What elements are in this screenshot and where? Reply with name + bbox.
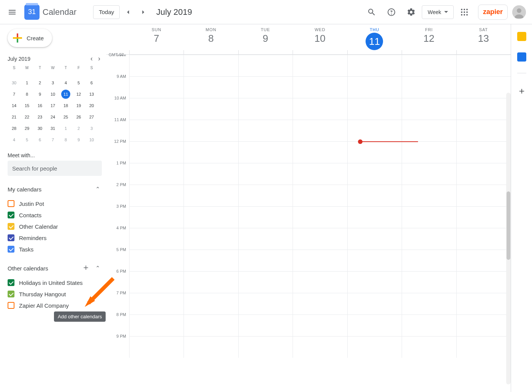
mini-day[interactable]: 3: [85, 123, 98, 134]
hour-cell[interactable]: [456, 98, 511, 120]
hour-cell[interactable]: [238, 250, 293, 271]
hour-cell[interactable]: [456, 120, 511, 141]
hour-cell[interactable]: [456, 337, 511, 358]
hour-cell[interactable]: [402, 142, 456, 163]
allday-cell[interactable]: [402, 50, 456, 54]
mini-calendar[interactable]: SMTWTFS301234567891011121314151617181920…: [8, 66, 102, 145]
day-header[interactable]: WED10: [293, 24, 347, 50]
hour-cell[interactable]: [402, 77, 456, 98]
calendar-item[interactable]: Tasks: [8, 243, 102, 255]
date-number[interactable]: 12: [402, 33, 456, 44]
hour-cell[interactable]: [293, 142, 347, 163]
allday-cell[interactable]: [238, 50, 293, 54]
mini-day[interactable]: 22: [21, 111, 33, 123]
hour-cell[interactable]: [238, 120, 293, 141]
mini-day[interactable]: 31: [46, 123, 59, 134]
day-header[interactable]: TUE9: [238, 24, 293, 50]
hour-cell[interactable]: [184, 207, 238, 228]
date-number[interactable]: 10: [293, 33, 347, 44]
mini-day[interactable]: 18: [59, 100, 72, 111]
calendar-checkbox[interactable]: [8, 200, 14, 207]
hour-cell[interactable]: [293, 98, 347, 120]
allday-cell[interactable]: [129, 50, 184, 54]
hour-cell[interactable]: [184, 163, 238, 185]
hour-cell[interactable]: [456, 315, 511, 336]
allday-cell[interactable]: [184, 50, 238, 54]
hour-cell[interactable]: [238, 228, 293, 250]
hour-cell[interactable]: [238, 77, 293, 98]
hour-cell[interactable]: [347, 315, 402, 336]
menu-icon[interactable]: [3, 3, 21, 21]
hour-cell[interactable]: [184, 185, 238, 206]
hour-cell[interactable]: [184, 228, 238, 250]
hour-cell[interactable]: [347, 228, 402, 250]
hour-cell[interactable]: [347, 207, 402, 228]
hour-cell[interactable]: [184, 337, 238, 358]
hour-cell[interactable]: [456, 272, 511, 293]
hour-cell[interactable]: [293, 163, 347, 185]
hour-cell[interactable]: [293, 272, 347, 293]
mini-day[interactable]: 2: [72, 123, 85, 134]
hour-cell[interactable]: [456, 228, 511, 250]
hour-cell[interactable]: [456, 250, 511, 271]
hour-cell[interactable]: [293, 315, 347, 336]
hour-cell[interactable]: [238, 272, 293, 293]
day-header[interactable]: SUN7: [129, 24, 184, 50]
hour-cell[interactable]: [456, 185, 511, 206]
calendar-checkbox[interactable]: [8, 223, 14, 230]
mini-day[interactable]: 4: [59, 77, 72, 89]
date-number[interactable]: 9: [238, 33, 293, 44]
mini-day[interactable]: 30: [8, 77, 21, 89]
hour-cell[interactable]: [402, 98, 456, 120]
hour-cell[interactable]: [456, 77, 511, 98]
hour-cell[interactable]: [129, 185, 184, 206]
mini-day[interactable]: 15: [21, 100, 33, 111]
hour-cell[interactable]: [347, 163, 402, 185]
hour-cell[interactable]: [184, 315, 238, 336]
hour-cell[interactable]: [129, 228, 184, 250]
hour-cell[interactable]: [184, 120, 238, 141]
date-number[interactable]: 13: [456, 33, 511, 44]
mini-day[interactable]: 6: [33, 134, 46, 145]
hour-cell[interactable]: [402, 337, 456, 358]
settings-gear-icon[interactable]: [402, 3, 420, 21]
prev-week-button[interactable]: [121, 5, 135, 19]
scrollbar[interactable]: [506, 93, 511, 384]
hour-cell[interactable]: [293, 207, 347, 228]
hour-cell[interactable]: [347, 293, 402, 315]
mini-day[interactable]: 27: [85, 111, 98, 123]
hour-cell[interactable]: [129, 77, 184, 98]
mini-day[interactable]: 9: [33, 89, 46, 100]
hour-cell[interactable]: [402, 185, 456, 206]
hour-cell[interactable]: [293, 293, 347, 315]
hour-cell[interactable]: [456, 207, 511, 228]
help-icon[interactable]: [382, 3, 401, 21]
hour-cell[interactable]: [402, 207, 456, 228]
hour-cell[interactable]: [293, 185, 347, 206]
calendar-item[interactable]: Reminders: [8, 232, 102, 243]
hour-cell[interactable]: [238, 315, 293, 336]
mini-day[interactable]: 9: [72, 134, 85, 145]
mini-day[interactable]: 13: [85, 89, 98, 100]
mini-day[interactable]: 1: [59, 123, 72, 134]
mini-day[interactable]: 5: [72, 77, 85, 89]
keep-addon-icon[interactable]: [517, 32, 526, 41]
date-number[interactable]: 8: [184, 33, 238, 44]
hour-cell[interactable]: [184, 250, 238, 271]
calendar-checkbox[interactable]: [8, 246, 14, 253]
mini-day[interactable]: 8: [59, 134, 72, 145]
chevron-up-icon[interactable]: ⌃: [94, 263, 102, 273]
mini-day[interactable]: 14: [8, 100, 21, 111]
mini-day[interactable]: 4: [8, 134, 21, 145]
hour-cell[interactable]: [184, 272, 238, 293]
hour-grid[interactable]: 8 AM9 AM10 AM11 AM12 PM1 PM2 PM3 PM4 PM5…: [106, 55, 511, 358]
day-header[interactable]: THU11: [347, 24, 402, 50]
hour-cell[interactable]: [129, 120, 184, 141]
hour-cell[interactable]: [238, 163, 293, 185]
allday-cell[interactable]: [293, 50, 347, 54]
allday-cell[interactable]: [456, 50, 511, 54]
hour-cell[interactable]: [456, 293, 511, 315]
view-selector[interactable]: Week: [422, 5, 454, 19]
hour-cell[interactable]: [456, 55, 511, 76]
mini-day[interactable]: 17: [46, 100, 59, 111]
